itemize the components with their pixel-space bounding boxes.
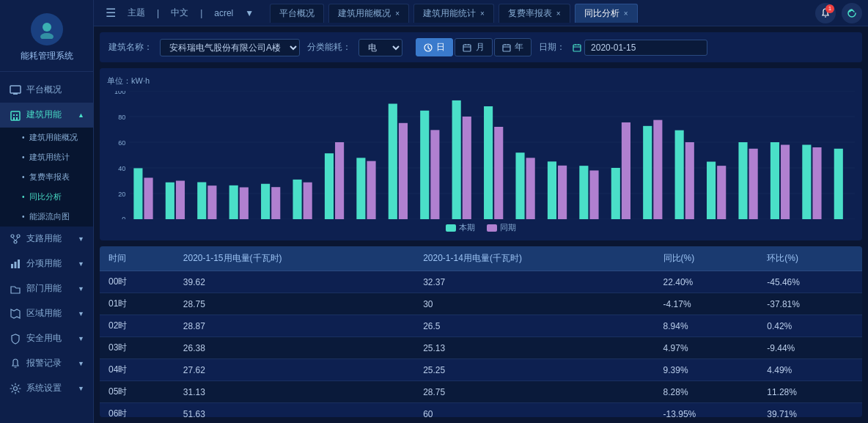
cell-mom: -37.81%	[758, 293, 862, 315]
chart-container: 单位：kW·h 100 80 60 40 20 0	[100, 68, 862, 240]
svg-rect-69	[494, 127, 503, 219]
svg-rect-56	[293, 180, 301, 219]
col-yoy: 同比(%)	[655, 246, 759, 271]
svg-rect-58	[325, 153, 334, 219]
cell-mom: 0.42%	[758, 315, 862, 337]
svg-rect-86	[770, 142, 779, 219]
svg-rect-3	[13, 93, 18, 95]
tab-yoy-label: 同比分析	[584, 7, 619, 20]
table-body: 00时39.6232.3722.40%-45.46%01时28.7530-4.1…	[100, 271, 862, 418]
tab-building-overview-close[interactable]: ×	[395, 10, 400, 18]
svg-text:40: 40	[118, 165, 125, 172]
sidebar-item-building[interactable]: 建筑用能 ▲	[0, 103, 93, 128]
refresh-button[interactable]	[842, 3, 862, 23]
cell-previous: 25.25	[414, 359, 654, 381]
sidebar-logo: 能耗管理系统	[0, 0, 93, 72]
tab-yoy[interactable]: 同比分析 ×	[575, 4, 638, 23]
tab-tariff-close[interactable]: ×	[556, 10, 561, 18]
svg-rect-53	[240, 188, 249, 219]
svg-rect-59	[335, 142, 344, 219]
sidebar-item-building-overview[interactable]: 建筑用能概况	[0, 128, 93, 147]
sidebar-item-dept[interactable]: 部门用能 ▼	[0, 276, 93, 301]
filter-bar: 建筑名称： 安科瑞电气股份有限公司A楼 分类能耗： 电 日 月 年	[100, 32, 862, 62]
tab-yoy-close[interactable]: ×	[624, 10, 628, 18]
svg-rect-88	[802, 145, 811, 220]
shield-icon	[9, 332, 22, 345]
svg-point-10	[17, 235, 20, 238]
hamburger-icon[interactable]: ☰	[100, 6, 122, 20]
chevron-icon3: ▼	[78, 260, 84, 268]
cell-yoy: 8.28%	[655, 381, 759, 403]
svg-text:60: 60	[118, 139, 125, 147]
sidebar-item-platform[interactable]: 平台概况	[0, 78, 93, 103]
topnav: ☰ 主题 | 中文 | acrel ▼ 平台概况 建筑用能概况 × 建筑用能统计…	[94, 0, 868, 26]
svg-text:0: 0	[122, 216, 125, 219]
sidebar-item-tariff-report[interactable]: 复费率报表	[0, 167, 93, 187]
sidebar-item-settings-label: 系统设置	[26, 382, 62, 394]
category-select[interactable]: 电	[358, 39, 402, 56]
svg-text:80: 80	[118, 114, 125, 121]
sidebar-item-safety[interactable]: 安全用电 ▼	[0, 326, 93, 351]
tab-tariff[interactable]: 复费率报表 ×	[499, 4, 570, 23]
date-input[interactable]	[584, 40, 707, 56]
svg-rect-70	[515, 152, 524, 219]
legend-previous-dot	[487, 224, 497, 232]
svg-rect-22	[463, 45, 471, 51]
date-btn-year[interactable]: 年	[494, 38, 532, 56]
cell-mom: 4.49%	[758, 359, 862, 381]
cell-previous: 60	[414, 403, 654, 418]
tab-building-stats[interactable]: 建筑用能统计 ×	[413, 4, 494, 23]
date-btn-month[interactable]: 月	[455, 38, 492, 56]
sidebar-item-region[interactable]: 区域用能 ▼	[0, 301, 93, 326]
svg-rect-5	[13, 114, 15, 116]
tab-tariff-label: 复费率报表	[508, 7, 552, 20]
data-table-container: 时间 2020-1-15用电量(千瓦时) 2020-1-14用电量(千瓦时) 同…	[100, 246, 862, 417]
svg-rect-60	[356, 158, 365, 219]
cell-current: 28.75	[174, 293, 414, 315]
svg-rect-85	[749, 149, 758, 219]
tab-building-overview[interactable]: 建筑用能概况 ×	[328, 4, 409, 23]
sidebar-item-itemized[interactable]: 分项用能 ▼	[0, 251, 93, 276]
svg-rect-66	[452, 100, 461, 219]
chevron-icon8: ▼	[78, 385, 84, 392]
svg-rect-73	[558, 166, 567, 219]
svg-rect-50	[197, 183, 206, 219]
sidebar-item-platform-label: 平台概况	[26, 84, 62, 96]
svg-marker-17	[11, 309, 20, 318]
svg-rect-51	[207, 185, 216, 219]
legend-current-label: 本期	[459, 222, 475, 233]
svg-rect-52	[229, 185, 238, 219]
cell-time: 03时	[100, 337, 174, 359]
svg-rect-26	[503, 45, 510, 51]
sidebar-item-yoy[interactable]: 同比分析	[0, 187, 93, 207]
legend-current-dot	[446, 224, 456, 232]
notification-button[interactable]: 1	[815, 3, 836, 23]
svg-point-0	[43, 23, 51, 32]
svg-rect-15	[15, 262, 17, 268]
cell-previous: 28.75	[414, 381, 654, 403]
chevron-icon4: ▼	[78, 285, 84, 293]
cell-yoy: 9.39%	[655, 359, 759, 381]
cell-time: 00时	[100, 271, 174, 293]
building-label: 建筑名称：	[108, 41, 152, 54]
sidebar-item-alarm[interactable]: 报警记录 ▼	[0, 351, 93, 376]
theme-label: 主题	[122, 7, 151, 19]
content: 建筑名称： 安科瑞电气股份有限公司A楼 分类能耗： 电 日 月 年	[94, 26, 868, 423]
sidebar-item-settings[interactable]: 系统设置 ▼	[0, 376, 93, 401]
svg-line-12	[12, 238, 15, 240]
tab-platform[interactable]: 平台概况	[270, 4, 324, 23]
bar-chart: 100 80 60 40 20 0	[107, 91, 855, 219]
lang-label: 中文	[165, 7, 194, 19]
sidebar-item-branch[interactable]: 支路用能 ▼	[0, 227, 93, 251]
sidebar-item-energy-flow[interactable]: 能源流向图	[0, 207, 93, 227]
svg-rect-48	[166, 183, 174, 219]
date-label: 日期：	[539, 41, 565, 54]
sidebar-item-itemized-label: 分项用能	[26, 257, 62, 270]
tab-building-stats-close[interactable]: ×	[480, 10, 485, 18]
building-select[interactable]: 安科瑞电气股份有限公司A楼	[160, 39, 300, 56]
date-btn-day[interactable]: 日	[416, 38, 453, 56]
svg-point-9	[11, 235, 14, 238]
avatar	[31, 13, 63, 45]
sidebar-item-building-stats[interactable]: 建筑用统计	[0, 147, 93, 167]
user-label: acrel	[208, 8, 239, 18]
